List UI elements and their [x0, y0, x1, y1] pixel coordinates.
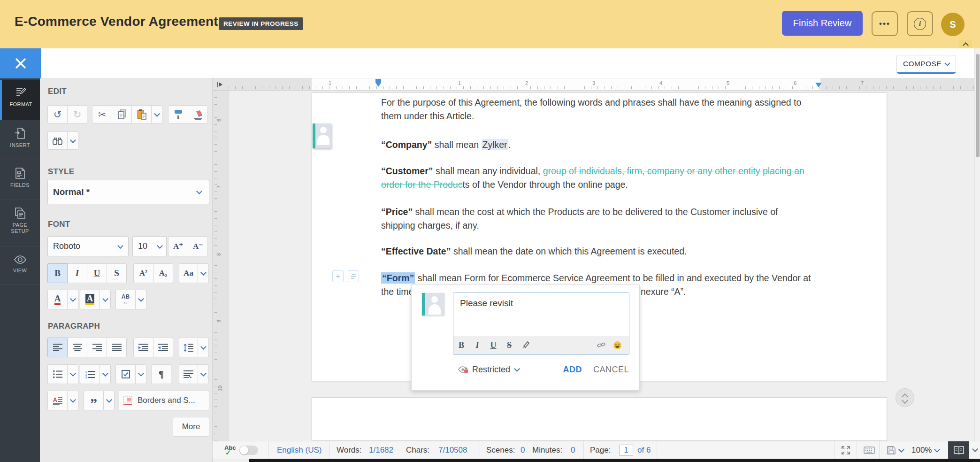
line-spacing-dropdown[interactable]: [198, 338, 209, 357]
tracked-deletion[interactable]: group of individuals, firm, company or a…: [543, 166, 804, 176]
dropcap-dropdown[interactable]: [67, 391, 78, 410]
paragraph[interactable]: “Form” shall mean Form for Ecommerce Ser…: [381, 271, 811, 285]
paragraph[interactable]: “Effective Date” shall mean the date on …: [381, 245, 687, 258]
tracked-deletion[interactable]: order for the Produc: [381, 179, 462, 190]
numbered-list-button[interactable]: 1 2 3: [80, 364, 100, 384]
checklist-dropdown[interactable]: [135, 364, 146, 384]
paragraph[interactable]: “Price” shall mean the cost at which the…: [381, 205, 778, 232]
dropcap-button[interactable]: A: [47, 391, 68, 410]
tab-selector-corner[interactable]: [213, 78, 229, 91]
char-spacing-dropdown[interactable]: [135, 290, 146, 309]
bold-button[interactable]: B: [47, 263, 68, 283]
page-number-input[interactable]: 1: [619, 445, 633, 456]
cancel-comment-button[interactable]: CANCEL: [593, 365, 629, 375]
finish-review-button[interactable]: Finish Review: [782, 11, 863, 36]
paragraph-options-button[interactable]: [348, 270, 359, 282]
borders-shading-button[interactable]: Borders and S...: [119, 391, 209, 410]
vertical-scrollbar[interactable]: [974, 48, 980, 441]
paragraph-line[interactable]: the time: [381, 285, 413, 299]
merge-field-highlight[interactable]: Zylker: [482, 139, 508, 150]
autosave-button[interactable]: [887, 446, 903, 454]
user-avatar[interactable]: S: [941, 13, 965, 36]
align-center-button[interactable]: [67, 338, 87, 357]
highlight-color-button[interactable]: A: [80, 290, 100, 309]
font-color-dropdown[interactable]: [67, 290, 78, 309]
comment-italic-button[interactable]: I: [469, 340, 485, 350]
left-indent-marker[interactable]: [375, 79, 381, 87]
comment-strikethrough-button[interactable]: S: [501, 340, 517, 350]
minutes-count[interactable]: 0: [571, 441, 575, 459]
font-color-button[interactable]: A: [47, 290, 68, 309]
show-formatting-button[interactable]: ¶: [151, 364, 171, 384]
sidebar-item-format[interactable]: FORMAT: [0, 80, 40, 120]
find-replace-button[interactable]: [47, 131, 68, 150]
undo-button[interactable]: ↺: [47, 105, 68, 123]
increase-indent-button[interactable]: [133, 338, 153, 357]
more-options-panel-button[interactable]: More: [173, 417, 209, 437]
copy-button[interactable]: [112, 105, 132, 123]
line-spacing-button[interactable]: [179, 338, 198, 357]
sidebar-item-page-setup[interactable]: PAGE SETUP: [0, 200, 40, 246]
spellcheck-toggle[interactable]: [239, 446, 258, 455]
decrease-font-button[interactable]: A⁻: [188, 236, 208, 256]
font-size-dropdown[interactable]: 10: [132, 236, 167, 256]
underline-button[interactable]: U: [87, 263, 107, 283]
comment-text-input[interactable]: Please revisit: [453, 293, 629, 336]
paragraph[interactable]: “Customer” shall mean any individual, gr…: [381, 164, 804, 192]
align-right-button[interactable]: [87, 338, 107, 357]
paragraph-style-dropdown[interactable]: Normal *: [47, 180, 209, 204]
shortcut-keys-button[interactable]: [864, 447, 875, 454]
align-left-button[interactable]: [47, 338, 68, 357]
quote-dropdown[interactable]: [103, 391, 115, 410]
case-options-dropdown[interactable]: [198, 263, 209, 283]
text-direction-dropdown[interactable]: [198, 364, 209, 384]
bullet-list-button[interactable]: [47, 364, 68, 384]
paragraph[interactable]: “Company” shall mean Zylker.: [381, 138, 511, 152]
reader-view-button[interactable]: [948, 441, 969, 459]
comment-bold-button[interactable]: B: [453, 340, 469, 350]
change-case-button[interactable]: Aa: [179, 263, 198, 283]
subscript-button[interactable]: A₂: [153, 263, 173, 283]
comment-highlight-button[interactable]: [517, 341, 533, 349]
increase-font-button[interactable]: A⁺: [168, 236, 188, 256]
highlight-color-dropdown[interactable]: [100, 290, 111, 309]
navigate-changes-button[interactable]: [896, 388, 914, 407]
text-direction-button[interactable]: [179, 364, 198, 384]
sidebar-item-fields[interactable]: FIELDS: [0, 161, 40, 200]
numbered-list-dropdown[interactable]: [100, 364, 111, 384]
find-options-dropdown[interactable]: [67, 131, 78, 150]
language-selector[interactable]: English (US): [277, 441, 322, 459]
chars-count[interactable]: 7/10508: [438, 441, 467, 459]
paste-button[interactable]: [131, 105, 152, 123]
close-panel-button[interactable]: [0, 48, 41, 78]
info-button[interactable]: i: [907, 11, 933, 36]
bullet-list-dropdown[interactable]: [67, 364, 78, 384]
compose-button[interactable]: COMPOSE: [896, 55, 956, 74]
zoom-control[interactable]: 100%: [911, 441, 939, 459]
right-indent-marker[interactable]: [815, 83, 822, 87]
collapse-header-button[interactable]: [959, 40, 972, 48]
selected-text[interactable]: “Form”: [381, 272, 415, 284]
checklist-button[interactable]: [115, 364, 136, 384]
document-page-2[interactable]: [312, 397, 887, 441]
clear-formatting-button[interactable]: [188, 105, 208, 123]
comment-emoji-button[interactable]: [609, 341, 625, 350]
add-content-button[interactable]: +: [332, 270, 344, 282]
statusbar-expand-chevron[interactable]: [972, 446, 978, 452]
char-spacing-button[interactable]: AB ↔: [115, 290, 136, 309]
paste-options-dropdown[interactable]: [151, 105, 162, 123]
align-justify-button[interactable]: [107, 338, 127, 357]
blockquote-button[interactable]: ”: [84, 391, 104, 410]
scenes-count[interactable]: 0: [521, 441, 525, 459]
more-options-button[interactable]: •••: [872, 11, 898, 36]
add-comment-button[interactable]: ADD: [563, 365, 582, 375]
comment-author-avatar[interactable]: [313, 123, 331, 148]
redo-button[interactable]: ↻: [67, 105, 87, 123]
superscript-button[interactable]: A²: [133, 263, 153, 283]
comment-link-button[interactable]: [593, 341, 609, 349]
words-count[interactable]: 1/1682: [369, 441, 393, 459]
format-painter-button[interactable]: [168, 105, 188, 123]
comment-input-box[interactable]: Please revisit B I U S: [453, 292, 629, 355]
strikethrough-button[interactable]: S: [107, 263, 127, 283]
fullscreen-button[interactable]: [842, 446, 850, 454]
